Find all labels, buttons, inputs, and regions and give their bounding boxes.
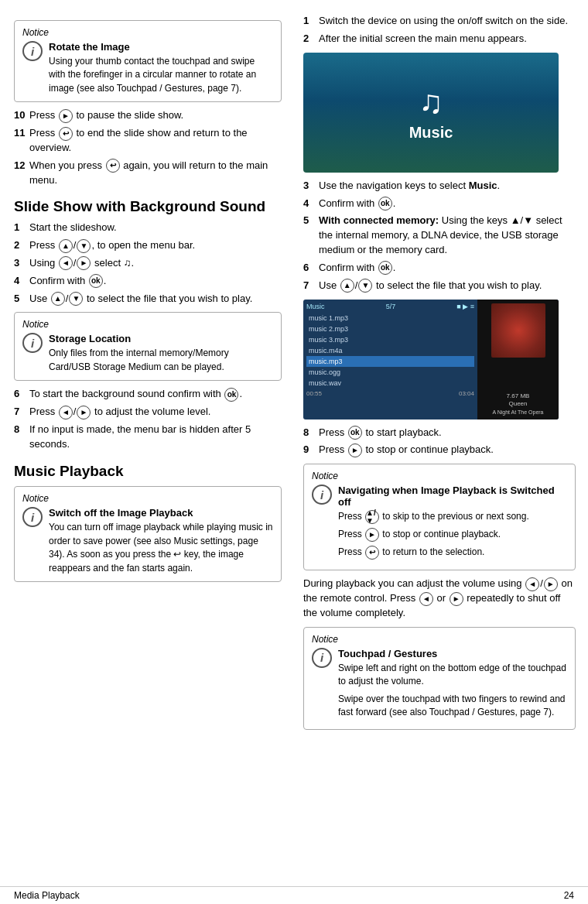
notice-switch-body: You can turn off image playback while pl… [49, 521, 273, 575]
bg-step-7: 7 Press ◄/► to adjust the volume level. [14, 405, 282, 419]
music-file-5-selected: music.mp3 [306, 356, 474, 367]
touchpad-line-2: Swipe over the touchpad with two fingers… [338, 693, 567, 720]
bg-step-8: 8 If no input is made, the menu bar is h… [14, 423, 282, 452]
music-album-area: 7.67 MB Queen A Night At The Opera [477, 300, 559, 419]
notice-storage-label: Notice [22, 319, 273, 330]
connected-mem-bold: With connected memory: [319, 214, 439, 226]
music-screen-title: Music [306, 303, 325, 310]
right-step-9: 9 Press ► to stop or continue playback. [303, 443, 576, 457]
music-note-icon: ♫ [419, 84, 443, 121]
vol-r-btn: ► [544, 577, 558, 591]
slide-step-5: 5 Use ▲/▼ to select the file that you wi… [14, 292, 282, 306]
info-icon: i [22, 41, 43, 61]
up-btn-2: ▲ [51, 292, 65, 306]
right-step-3: 3 Use the navigation keys to select Musi… [303, 179, 576, 193]
nav-return-btn: ↩ [365, 546, 379, 560]
vol-right-btn: ► [77, 406, 91, 419]
music-file-3: music 3.mp3 [306, 334, 474, 345]
music-screen-icons: ■ ▶ ≡ [456, 303, 474, 310]
up-btn: ▲ [59, 239, 73, 253]
artist-name: Queen [492, 400, 543, 408]
music-screen-image: Music 5/7 ■ ▶ ≡ music 1.mp3 music 2.mp3 … [303, 300, 559, 419]
notice-touchpad-label: Notice [312, 634, 567, 645]
nav-line-2: Press ► to stop or continue playback. [338, 528, 567, 542]
play-btn-r9: ► [348, 443, 362, 457]
right-step-2: 2 After the initial screen the main menu… [303, 32, 576, 46]
music-main-image: ♫ Music [303, 53, 559, 173]
notice-rotate: Notice i Rotate the Image Using your thu… [14, 20, 282, 102]
slide-step-1: 1 Start the slideshow. [14, 221, 282, 235]
vol-off-r-btn: ► [450, 592, 463, 606]
footer-right: 24 [564, 890, 574, 901]
music-time-total: 03:04 [459, 390, 474, 397]
notice-switch-title: Switch off the Image Playback [49, 507, 273, 519]
step-11: 11 Press ↩ to end the slide show and ret… [14, 126, 282, 156]
right-btn: ► [77, 256, 91, 270]
ok-btn-r8: ok [348, 426, 362, 440]
section-music-title: Music Playback [14, 463, 282, 481]
right-step-1: 1 Switch the device on using the on/off … [303, 14, 576, 29]
up-r: ▲ [340, 279, 354, 293]
right-step-8: 8 Press ok to start playback. [303, 426, 576, 440]
pause-btn: ► [59, 109, 73, 123]
section-slideshow-title: Slide Show with Background Sound [14, 198, 282, 216]
notice-touchpad-body: Swipe left and right on the bottom edge … [338, 662, 567, 720]
slide-step-4: 4 Confirm with ok. [14, 274, 282, 289]
info-icon-nav: i [312, 485, 332, 505]
album-title: A Night At The Opera [492, 409, 543, 416]
info-icon-touchpad: i [312, 648, 332, 668]
notice-storage-body: Only files from the internal memory/Memo… [49, 347, 273, 374]
notice-nav-label: Notice [312, 471, 567, 481]
music-bold: Music [469, 180, 497, 191]
music-file-list: Music 5/7 ■ ▶ ≡ music 1.mp3 music 2.mp3 … [303, 300, 477, 419]
down-r: ▼ [358, 279, 372, 293]
end-btn: ↩ [59, 127, 73, 141]
vol-l-btn: ◄ [525, 577, 539, 591]
touchpad-line-1: Swipe left and right on the bottom edge … [338, 662, 567, 689]
vol-left-btn: ◄ [59, 406, 73, 419]
music-image-label: Music [409, 124, 453, 142]
notice-nav-title: Navigating when Image Playback is Switch… [338, 485, 567, 508]
notice-nav-body: Press ▲/▼ to skip to the previous or nex… [338, 510, 567, 560]
notice-touchpad: Notice i Touchpad / Gestures Swipe left … [303, 627, 576, 731]
right-step-7: 7 Use ▲/▼ to select the file that you wi… [303, 279, 576, 293]
notice-label: Notice [22, 27, 273, 38]
right-step-6: 6 Confirm with ok. [303, 261, 576, 276]
notice-rotate-title: Rotate the Image [49, 41, 273, 53]
info-icon-storage: i [22, 333, 43, 353]
notice-touchpad-title: Touchpad / Gestures [338, 648, 567, 659]
bg-step-6: 6 To start the background sound confirm … [14, 387, 282, 402]
footer-left: Media Playback [14, 890, 80, 901]
step-12: 12 When you press ↩ again, you will retu… [14, 159, 282, 188]
music-file-4: music.m4a [306, 345, 474, 356]
notice-storage-title: Storage Location [49, 333, 273, 344]
album-art [491, 303, 545, 358]
nav-line-1: Press ▲/▼ to skip to the previous or nex… [338, 510, 567, 524]
vol-off-l-btn: ◄ [419, 592, 433, 606]
right-step-4: 4 Confirm with ok. [303, 197, 576, 211]
music-image-content: ♫ Music [409, 84, 453, 142]
notice-switch: Notice i Switch off the Image Playback Y… [14, 486, 282, 582]
music-progress-bar: 00:55 03:04 [306, 390, 474, 397]
down-btn: ▼ [77, 239, 91, 253]
nav-line-3: Press ↩ to return to the selection. [338, 546, 567, 560]
return-btn: ↩ [106, 159, 120, 173]
music-time-current: 00:55 [306, 390, 322, 397]
music-file-1: music 1.mp3 [306, 313, 474, 324]
notice-nav: Notice i Navigating when Image Playback … [303, 464, 576, 570]
music-file-6: music.ogg [306, 367, 474, 378]
nav-play-btn: ► [365, 528, 379, 542]
info-icon-switch: i [22, 507, 43, 527]
down-btn-2: ▼ [69, 292, 83, 306]
music-screen-header: Music 5/7 ■ ▶ ≡ [306, 303, 474, 310]
page-footer: Media Playback 24 [0, 886, 588, 904]
ok-btn-r4: ok [378, 197, 392, 211]
notice-storage: Notice i Storage Location Only files fro… [14, 312, 282, 381]
right-step-5: 5 With connected memory: Using the keys … [303, 214, 576, 258]
music-file-7: music.wav [306, 378, 474, 389]
ok-btn-3: ok [224, 388, 238, 402]
album-info: 7.67 MB Queen A Night At The Opera [492, 392, 543, 416]
music-file-2: music 2.mp3 [306, 324, 474, 334]
ok-btn-r6: ok [378, 261, 392, 275]
volume-text: During playback you can adjust the volum… [303, 577, 576, 621]
